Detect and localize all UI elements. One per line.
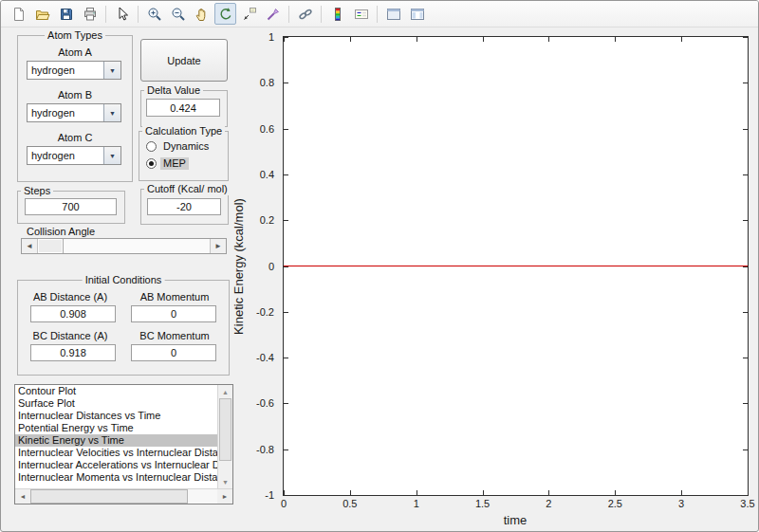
toolbar-separator — [288, 6, 289, 23]
list-item[interactable]: Internuclear Velocities vs Internuclear … — [15, 447, 217, 459]
legend-icon — [354, 7, 369, 22]
data-cursor-button[interactable] — [238, 3, 260, 25]
vertical-scrollbar[interactable]: ▲ ▼ — [217, 385, 232, 488]
rotate-3d-icon — [218, 7, 233, 22]
collision-angle-label: Collision Angle — [27, 226, 95, 238]
zoom-in-button[interactable] — [143, 3, 165, 25]
steps-input[interactable] — [25, 198, 117, 215]
tick-mark — [748, 37, 749, 42]
slider-thumb[interactable] — [38, 239, 64, 253]
colorbar-icon — [330, 7, 345, 22]
chevron-down-icon[interactable]: ▼ — [103, 104, 120, 121]
atom-a-select[interactable]: hydrogen ▼ — [27, 61, 121, 80]
atom-types-panel-title: Atom Types — [45, 29, 105, 42]
x-tick-label: 1 — [414, 498, 419, 509]
rotate-3d-button[interactable] — [214, 3, 236, 25]
zoom-out-button[interactable] — [167, 3, 189, 25]
radio-option[interactable]: MEP — [146, 156, 189, 170]
list-item[interactable]: Contour Plot — [15, 385, 217, 397]
slider-right-arrow-icon[interactable]: ► — [210, 239, 226, 253]
ab-momentum-label: AB Momentum — [122, 291, 227, 303]
list-item[interactable]: Internuclear Momenta vs Internuclear Dis… — [15, 471, 217, 484]
tick-mark — [743, 495, 748, 496]
open-folder-icon — [35, 7, 50, 22]
printer-icon — [83, 7, 98, 22]
toolbar-separator — [138, 6, 139, 23]
radio-button-icon — [146, 141, 157, 152]
scroll-down-arrow-icon[interactable]: ▼ — [218, 475, 232, 488]
new-figure-button[interactable] — [8, 3, 29, 25]
insert-colorbar-button[interactable] — [326, 3, 348, 25]
radio-option-label: Dynamics — [160, 140, 212, 153]
tick-mark — [284, 495, 288, 496]
ab-momentum-input[interactable] — [131, 305, 216, 322]
x-tick-label: 2.5 — [608, 498, 622, 509]
cutoff-panel: Cutoff (Kcal/ mol) — [140, 189, 229, 225]
pan-button[interactable] — [191, 3, 213, 25]
data-cursor-icon — [242, 7, 257, 22]
x-tick-label: 0.5 — [342, 498, 357, 509]
x-tick-label: 3.5 — [740, 498, 754, 509]
plot-type-list: Contour Plot Surface Plot Internuclear D… — [15, 385, 217, 488]
toolbar-separator — [105, 6, 106, 23]
x-tick-label: 3 — [678, 498, 684, 509]
list-item[interactable]: Kinetic Energy vs Time — [15, 434, 217, 447]
chevron-glyph: ▼ — [109, 110, 116, 117]
slider-track[interactable] — [64, 239, 210, 253]
scroll-up-arrow-icon[interactable]: ▲ — [218, 385, 232, 398]
x-tick-label: 2 — [546, 498, 551, 509]
bc-distance-input[interactable] — [30, 344, 116, 361]
y-tick-label: 0 — [268, 261, 274, 272]
atom-a-label: Atom A — [18, 46, 132, 59]
radio-option-label: MEP — [160, 157, 189, 170]
cutoff-panel-title: Cutoff (Kcal/ mol) — [144, 183, 231, 195]
chevron-down-icon[interactable]: ▼ — [103, 147, 120, 164]
edit-plot-button[interactable] — [111, 3, 133, 25]
delta-value-input[interactable] — [146, 99, 220, 117]
y-tick-label: 0.4 — [260, 169, 274, 180]
atom-c-select[interactable]: hydrogen ▼ — [27, 146, 121, 165]
initial-conditions-panel-title: Initial Conditions — [83, 274, 165, 286]
show-plot-tools-button[interactable] — [406, 3, 428, 25]
calculation-type-panel-title: Calculation Type — [142, 125, 225, 138]
scroll-left-arrow-icon[interactable]: ◄ — [15, 489, 30, 504]
bc-momentum-input[interactable] — [131, 344, 216, 361]
insert-legend-button[interactable] — [350, 3, 372, 25]
brush-button[interactable] — [262, 3, 284, 25]
update-button[interactable]: Update — [140, 39, 228, 82]
figure-window: Atom Types Atom A hydrogen ▼ Atom B hydr… — [0, 0, 759, 532]
scroll-right-arrow-icon[interactable]: ► — [217, 489, 232, 504]
hide-plot-tools-button[interactable] — [382, 3, 404, 25]
collision-angle-slider[interactable]: ◄ ► — [21, 238, 227, 254]
y-tick-labels: -1-0.8-0.6-0.4-0.200.20.40.60.81 — [246, 37, 278, 495]
cutoff-input[interactable] — [147, 198, 221, 215]
horizontal-scroll-track[interactable] — [188, 489, 217, 504]
list-item[interactable]: Potential Energy vs Time — [15, 422, 217, 434]
vertical-scroll-track[interactable] — [218, 461, 232, 475]
plot-area[interactable] — [283, 36, 749, 496]
print-figure-button[interactable] — [79, 3, 101, 25]
atom-c-label: Atom C — [18, 132, 132, 144]
atom-a-selected-value: hydrogen — [28, 62, 103, 79]
link-plot-button[interactable] — [294, 3, 316, 25]
radio-button-icon — [146, 158, 157, 169]
y-tick-label: -0.4 — [256, 352, 274, 363]
bc-distance-label: BC Distance (A) — [18, 330, 122, 342]
slider-left-arrow-icon[interactable]: ◄ — [22, 239, 38, 253]
atom-b-select[interactable]: hydrogen ▼ — [27, 103, 121, 122]
hand-icon — [194, 7, 210, 22]
open-file-button[interactable] — [31, 3, 53, 25]
list-item[interactable]: Internuclear Distances vs Time — [15, 410, 217, 422]
horizontal-scroll-thumb[interactable] — [30, 489, 188, 504]
radio-option[interactable]: Dynamics — [146, 139, 212, 153]
list-item[interactable]: Surface Plot — [15, 397, 217, 410]
cursor-arrow-icon — [115, 7, 130, 22]
save-figure-button[interactable] — [55, 3, 77, 25]
ab-distance-input[interactable] — [30, 305, 116, 322]
vertical-scroll-thumb[interactable] — [219, 398, 231, 461]
horizontal-scrollbar[interactable]: ◄ ► — [15, 488, 232, 504]
chevron-down-icon[interactable]: ▼ — [103, 62, 120, 79]
atom-b-label: Atom B — [18, 89, 132, 101]
list-item[interactable]: Internuclear Accelerations vs Internucle… — [15, 459, 217, 471]
y-tick-label: -0.2 — [256, 306, 274, 318]
